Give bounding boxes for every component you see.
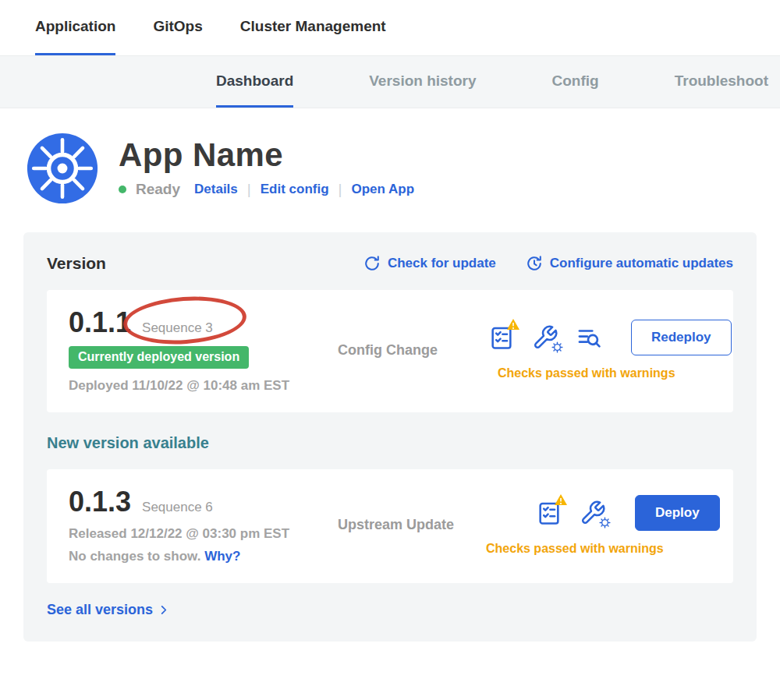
app-sub-nav: Dashboard Version history Config Trouble…: [0, 55, 780, 108]
new-version-row: 0.1.3 Sequence 6: [69, 486, 338, 518]
edit-config-link[interactable]: Edit config: [261, 182, 329, 197]
configure-automatic-updates-label: Configure automatic updates: [550, 256, 733, 271]
current-release-info: 0.1.1 Sequence 3 Currently deployed vers…: [69, 307, 338, 394]
preflight-checks-icon[interactable]: [534, 497, 565, 529]
checks-warning-text: Checks passed with warnings: [486, 542, 664, 556]
tab-application[interactable]: Application: [35, 0, 115, 55]
tab-troubleshoot[interactable]: Troubleshoot: [675, 56, 768, 108]
config-wrench-icon[interactable]: [577, 497, 608, 529]
version-section: Version Check for update Configure autom…: [23, 232, 757, 642]
status-text: Ready: [136, 181, 180, 198]
checks-warning-text: Checks passed with warnings: [498, 366, 675, 380]
tab-config[interactable]: Config: [552, 56, 599, 108]
current-sequence-label: Sequence 3: [142, 320, 213, 336]
app-title: App Name: [119, 139, 414, 171]
current-release-source: Config Change: [338, 342, 486, 359]
released-timestamp: Released 12/12/22 @ 03:30 pm EST: [69, 526, 338, 542]
new-checks-row: Deploy: [486, 495, 720, 531]
configure-automatic-updates-link[interactable]: Configure automatic updates: [526, 255, 733, 272]
currently-deployed-badge: Currently deployed version: [69, 346, 249, 369]
status-ready-dot: [119, 186, 126, 193]
app-title-block: App Name Ready Details | Edit config | O…: [119, 139, 414, 198]
tab-version-history[interactable]: Version history: [369, 56, 476, 108]
tab-cluster-management[interactable]: Cluster Management: [240, 0, 386, 55]
new-version-available-heading: New version available: [47, 434, 733, 452]
current-release-card: 0.1.1 Sequence 3 Currently deployed vers…: [47, 290, 733, 412]
new-release-source: Upstream Update: [338, 517, 486, 533]
refresh-icon: [363, 255, 381, 272]
check-for-update-link[interactable]: Check for update: [363, 255, 496, 272]
deployed-timestamp: Deployed 11/10/22 @ 10:48 am EST: [69, 378, 338, 394]
primary-nav: Application GitOps Cluster Management: [0, 0, 780, 55]
clock-refresh-icon: [526, 255, 543, 272]
open-app-link[interactable]: Open App: [351, 182, 414, 197]
see-all-versions-label: See all versions: [47, 602, 153, 618]
changes-note-row: No changes to show. Why?: [69, 549, 338, 564]
version-header: Version Check for update Configure autom…: [47, 254, 733, 273]
new-release-actions: Deploy Checks passed with warnings: [486, 495, 720, 556]
deploy-button[interactable]: Deploy: [635, 495, 720, 531]
tab-dashboard[interactable]: Dashboard: [216, 56, 293, 108]
chevron-right-icon: [158, 604, 169, 616]
preflight-checks-icon[interactable]: [486, 322, 517, 353]
separator: |: [247, 181, 251, 198]
check-for-update-label: Check for update: [388, 256, 496, 271]
new-release-info: 0.1.3 Sequence 6 Released 12/12/22 @ 03:…: [69, 486, 338, 565]
redeploy-button[interactable]: Redeploy: [631, 320, 732, 355]
tab-gitops[interactable]: GitOps: [153, 0, 202, 55]
view-files-icon[interactable]: [573, 322, 604, 353]
current-version-row: 0.1.1 Sequence 3: [69, 307, 338, 338]
details-link[interactable]: Details: [194, 182, 238, 197]
version-section-title: Version: [47, 254, 334, 273]
gear-icon: [551, 341, 564, 354]
warning-triangle-icon: [554, 493, 568, 506]
current-checks-row: Redeploy: [486, 320, 732, 355]
new-sequence-label: Sequence 6: [142, 500, 213, 515]
warning-triangle-icon: [506, 318, 520, 331]
no-changes-text: No changes to show.: [69, 549, 200, 564]
kubernetes-logo-icon: [27, 133, 98, 204]
app-meta-row: Ready Details | Edit config | Open App: [119, 181, 414, 198]
current-release-actions: Redeploy Checks passed with warnings: [486, 320, 732, 380]
separator: |: [339, 181, 342, 198]
new-release-card: 0.1.3 Sequence 6 Released 12/12/22 @ 03:…: [47, 469, 733, 584]
see-all-versions-link[interactable]: See all versions: [47, 602, 169, 618]
app-header: App Name Ready Details | Edit config | O…: [27, 133, 780, 204]
new-version-number: 0.1.3: [69, 486, 131, 518]
why-link[interactable]: Why?: [204, 549, 240, 564]
config-wrench-icon[interactable]: [530, 322, 561, 353]
current-version-number: 0.1.1: [69, 307, 131, 338]
gear-icon: [598, 516, 612, 529]
